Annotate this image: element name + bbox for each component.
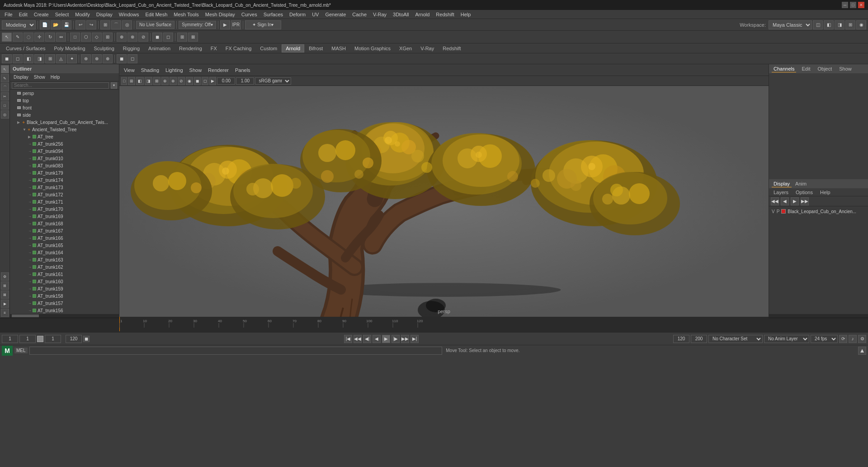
menu-item-generate[interactable]: Generate: [322, 11, 349, 18]
poly-select-4[interactable]: ⊞: [103, 33, 113, 42]
poly-select-1[interactable]: □: [70, 33, 80, 42]
tree-item-15[interactable]: →AT_trunk171: [10, 198, 119, 205]
tree-item-17[interactable]: →AT_trunk169: [10, 213, 119, 220]
layer-item[interactable]: V P Black_Leopard_Cub_on_Ancien...: [770, 207, 867, 215]
tree-item-27[interactable]: →AT_trunk159: [10, 285, 119, 292]
fps-dropdown[interactable]: 24 fps: [811, 335, 838, 343]
menu-item-create[interactable]: Create: [31, 11, 52, 18]
anim-prefs-btn[interactable]: ⚙: [858, 335, 866, 343]
xform-2[interactable]: ⊠: [188, 33, 198, 42]
tree-item-29[interactable]: →AT_trunk157: [10, 300, 119, 307]
rotate-tool[interactable]: ↻: [45, 33, 55, 42]
paint-tool[interactable]: ✎: [13, 33, 23, 42]
menu-item-uv[interactable]: UV: [309, 11, 321, 18]
viewport-menu-renderer[interactable]: Renderer: [205, 67, 231, 73]
next-key-btn[interactable]: ▶▶: [401, 335, 409, 343]
snap-icons-4[interactable]: ⊞: [845, 20, 855, 29]
new-scene-btn[interactable]: 📄: [40, 20, 50, 29]
viewport-menu-panels[interactable]: Panels: [232, 67, 253, 73]
tree-item-24[interactable]: →AT_trunk162: [10, 263, 119, 271]
tree-item-13[interactable]: →AT_trunk173: [10, 184, 119, 191]
sec-snap-3[interactable]: ⊕: [103, 54, 113, 63]
tree-item-11[interactable]: →AT_trunk179: [10, 169, 119, 176]
vp-gamma-val1[interactable]: [217, 77, 235, 85]
menu-item-mesh-display[interactable]: Mesh Display: [203, 11, 238, 18]
scale-tool[interactable]: ⇔: [56, 33, 66, 42]
graph-tool-left[interactable]: ⊠: [1, 291, 9, 299]
vp-icon-btn-7[interactable]: ⊘: [178, 77, 185, 85]
viewport-menu-show[interactable]: Show: [187, 67, 205, 73]
sec-snap-1[interactable]: ⊕: [81, 54, 91, 63]
display-anim-tab-anim[interactable]: Anim: [793, 181, 808, 187]
shape-tool-left[interactable]: □: [1, 101, 9, 110]
layers-nav-btn-0[interactable]: ◀◀: [771, 197, 779, 205]
anim-end-field[interactable]: [691, 335, 707, 343]
menu-item-edit[interactable]: Edit: [16, 11, 30, 18]
snap-point-btn[interactable]: ◎: [122, 20, 132, 29]
tab-bifrost[interactable]: Bifrost: [305, 44, 327, 52]
anim-start-field[interactable]: [673, 335, 689, 343]
tree-item-0[interactable]: persp: [10, 90, 119, 97]
frame-range-end-input[interactable]: [66, 335, 82, 343]
tree-item-21[interactable]: →AT_trunk165: [10, 242, 119, 249]
tab-curves-surfaces[interactable]: Curves / Surfaces: [2, 44, 49, 52]
layers-tool-left[interactable]: ≡: [1, 309, 9, 317]
tree-item-19[interactable]: →AT_trunk167: [10, 227, 119, 234]
outliner-hscroll[interactable]: [10, 314, 119, 318]
tree-item-6[interactable]: ▶AT_tree: [10, 133, 119, 140]
sculpt-tool-left[interactable]: ⌒: [1, 83, 9, 91]
snap-3[interactable]: ⊘: [138, 33, 148, 42]
sec-btn-4[interactable]: ◨: [34, 54, 44, 63]
tree-item-3[interactable]: side: [10, 111, 119, 119]
sec-btn-5[interactable]: ⊞: [45, 54, 55, 63]
tab-fx-caching[interactable]: FX Caching: [222, 44, 255, 52]
tree-item-12[interactable]: →AT_trunk174: [10, 176, 119, 184]
audio-btn[interactable]: ♪: [849, 335, 857, 343]
tree-item-25[interactable]: →AT_trunk161: [10, 271, 119, 278]
tree-item-7[interactable]: →AT_trunk256: [10, 140, 119, 148]
tab-rigging[interactable]: Rigging: [119, 44, 144, 52]
maximize-button[interactable]: □: [850, 2, 856, 8]
poly-select-2[interactable]: ⬡: [81, 33, 91, 42]
vp-icon-btn-6[interactable]: ⊗: [170, 77, 177, 85]
tree-item-10[interactable]: →AT_trunk083: [10, 162, 119, 169]
channels-tab-edit[interactable]: Edit: [800, 66, 812, 72]
prev-frame-btn[interactable]: ◀|: [363, 335, 371, 343]
tree-item-9[interactable]: →AT_trunk010: [10, 155, 119, 162]
lasso-tool[interactable]: ◌: [24, 33, 33, 42]
viewport-menu-shading[interactable]: Shading: [138, 67, 162, 73]
layers-menu-help[interactable]: Help: [818, 189, 832, 195]
outliner-search-input[interactable]: [12, 82, 109, 89]
close-button[interactable]: ✕: [858, 2, 864, 8]
tab-xgen[interactable]: XGen: [395, 44, 416, 52]
outliner-filter-btn[interactable]: ▾: [111, 82, 117, 89]
play-fwd-btn[interactable]: ▶: [382, 335, 390, 343]
outliner-menu-show[interactable]: Show: [32, 74, 47, 80]
snap-icons-3[interactable]: ◨: [835, 20, 844, 29]
paint-tool-left[interactable]: ✎: [1, 74, 9, 82]
outliner-menu-display[interactable]: Display: [12, 74, 30, 80]
tree-item-8[interactable]: →AT_trunk094: [10, 148, 119, 155]
vp-icon-btn-5[interactable]: ⊕: [161, 77, 169, 85]
go-to-start-btn[interactable]: |◀: [344, 335, 352, 343]
sec-btn-6[interactable]: ◬: [56, 54, 66, 63]
right-hscroll[interactable]: [769, 314, 868, 318]
tab-v-ray[interactable]: V-Ray: [416, 44, 438, 52]
layers-nav-btn-2[interactable]: ▶: [791, 197, 799, 205]
snap-curve-btn[interactable]: ⌒: [111, 20, 121, 29]
vp-icon-btn-11[interactable]: ▶: [209, 77, 216, 85]
snap-2[interactable]: ⊗: [127, 33, 137, 42]
sec-render-1[interactable]: ◼: [117, 54, 127, 63]
menu-item-edit-mesh[interactable]: Edit Mesh: [142, 11, 170, 18]
tab-poly-modeling[interactable]: Poly Modeling: [50, 44, 89, 52]
vp-icon-btn-10[interactable]: ◻: [202, 77, 208, 85]
tab-redshift[interactable]: Redshift: [439, 44, 465, 52]
camera-1[interactable]: ◼: [152, 33, 162, 42]
menu-item-cache[interactable]: Cache: [349, 11, 369, 18]
tree-item-23[interactable]: →AT_trunk163: [10, 256, 119, 263]
vp-gamma-select[interactable]: sRGB gamma: [255, 77, 291, 85]
minimize-button[interactable]: ─: [842, 2, 848, 8]
tree-item-5[interactable]: ▼✦Ancient_Twisted_Tree: [10, 126, 119, 133]
frame-start-input[interactable]: [19, 335, 36, 343]
open-scene-btn[interactable]: 📂: [51, 20, 61, 29]
